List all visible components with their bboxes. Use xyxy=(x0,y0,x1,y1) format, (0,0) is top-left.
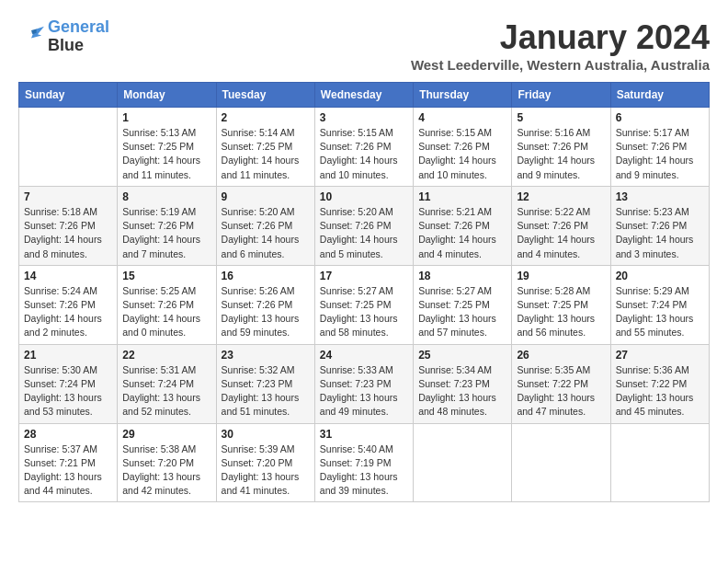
day-info: Sunrise: 5:28 AM Sunset: 7:25 PM Dayligh… xyxy=(517,284,605,340)
page-header: GeneralBlue January 2024 West Leedervill… xyxy=(18,18,710,73)
day-info: Sunrise: 5:29 AM Sunset: 7:24 PM Dayligh… xyxy=(616,284,704,340)
day-number: 20 xyxy=(616,270,704,282)
day-number: 25 xyxy=(418,349,506,362)
week-row-0: 1Sunrise: 5:13 AM Sunset: 7:25 PM Daylig… xyxy=(19,108,710,187)
day-info: Sunrise: 5:25 AM Sunset: 7:26 PM Dayligh… xyxy=(122,284,210,340)
day-number: 28 xyxy=(24,428,112,441)
calendar-cell: 5Sunrise: 5:16 AM Sunset: 7:26 PM Daylig… xyxy=(512,108,610,187)
calendar-cell: 2Sunrise: 5:14 AM Sunset: 7:25 PM Daylig… xyxy=(216,108,314,187)
week-row-2: 14Sunrise: 5:24 AM Sunset: 7:26 PM Dayli… xyxy=(19,265,710,344)
day-number: 26 xyxy=(517,349,605,362)
calendar-cell: 20Sunrise: 5:29 AM Sunset: 7:24 PM Dayli… xyxy=(610,265,709,344)
day-number: 27 xyxy=(616,349,704,362)
day-info: Sunrise: 5:38 AM Sunset: 7:20 PM Dayligh… xyxy=(122,442,210,499)
header-tuesday: Tuesday xyxy=(216,83,314,108)
day-info: Sunrise: 5:23 AM Sunset: 7:26 PM Dayligh… xyxy=(616,205,704,261)
calendar-cell: 29Sunrise: 5:38 AM Sunset: 7:20 PM Dayli… xyxy=(118,423,216,502)
day-info: Sunrise: 5:16 AM Sunset: 7:26 PM Dayligh… xyxy=(517,126,605,182)
calendar-subtitle: West Leederville, Western Australia, Aus… xyxy=(411,57,710,73)
day-number: 23 xyxy=(222,349,310,362)
calendar-cell: 17Sunrise: 5:27 AM Sunset: 7:25 PM Dayli… xyxy=(314,265,413,344)
logo: GeneralBlue xyxy=(18,18,109,55)
header-friday: Friday xyxy=(512,83,610,108)
day-info: Sunrise: 5:26 AM Sunset: 7:26 PM Dayligh… xyxy=(222,284,310,340)
day-number: 13 xyxy=(616,190,704,203)
calendar-cell: 31Sunrise: 5:40 AM Sunset: 7:19 PM Dayli… xyxy=(314,423,413,502)
calendar-body: 1Sunrise: 5:13 AM Sunset: 7:25 PM Daylig… xyxy=(19,108,710,502)
day-info: Sunrise: 5:24 AM Sunset: 7:26 PM Dayligh… xyxy=(24,284,112,340)
calendar-cell: 4Sunrise: 5:15 AM Sunset: 7:26 PM Daylig… xyxy=(414,108,512,187)
calendar-cell xyxy=(610,423,709,502)
day-info: Sunrise: 5:31 AM Sunset: 7:24 PM Dayligh… xyxy=(122,363,210,419)
header-sunday: Sunday xyxy=(19,83,118,108)
day-info: Sunrise: 5:30 AM Sunset: 7:24 PM Dayligh… xyxy=(24,363,112,419)
calendar-cell: 23Sunrise: 5:32 AM Sunset: 7:23 PM Dayli… xyxy=(216,344,314,423)
calendar-cell: 1Sunrise: 5:13 AM Sunset: 7:25 PM Daylig… xyxy=(118,108,216,187)
week-row-1: 7Sunrise: 5:18 AM Sunset: 7:26 PM Daylig… xyxy=(19,186,710,265)
calendar-cell: 22Sunrise: 5:31 AM Sunset: 7:24 PM Dayli… xyxy=(118,344,216,423)
day-number: 19 xyxy=(517,270,605,282)
day-number: 10 xyxy=(320,190,408,203)
day-number: 1 xyxy=(122,111,210,124)
day-number: 5 xyxy=(517,111,605,124)
logo-text: GeneralBlue xyxy=(48,18,109,55)
day-number: 21 xyxy=(24,349,112,362)
calendar-cell: 7Sunrise: 5:18 AM Sunset: 7:26 PM Daylig… xyxy=(19,186,118,265)
day-info: Sunrise: 5:18 AM Sunset: 7:26 PM Dayligh… xyxy=(24,205,112,261)
week-row-4: 28Sunrise: 5:37 AM Sunset: 7:21 PM Dayli… xyxy=(19,423,710,502)
calendar-cell: 16Sunrise: 5:26 AM Sunset: 7:26 PM Dayli… xyxy=(216,265,314,344)
calendar-cell: 13Sunrise: 5:23 AM Sunset: 7:26 PM Dayli… xyxy=(610,186,709,265)
calendar-cell: 30Sunrise: 5:39 AM Sunset: 7:20 PM Dayli… xyxy=(216,423,314,502)
day-info: Sunrise: 5:33 AM Sunset: 7:23 PM Dayligh… xyxy=(320,363,408,419)
calendar-cell: 25Sunrise: 5:34 AM Sunset: 7:23 PM Dayli… xyxy=(414,344,512,423)
calendar-cell: 12Sunrise: 5:22 AM Sunset: 7:26 PM Dayli… xyxy=(512,186,610,265)
calendar-cell: 19Sunrise: 5:28 AM Sunset: 7:25 PM Dayli… xyxy=(512,265,610,344)
day-info: Sunrise: 5:37 AM Sunset: 7:21 PM Dayligh… xyxy=(24,442,112,499)
day-info: Sunrise: 5:35 AM Sunset: 7:22 PM Dayligh… xyxy=(517,363,605,419)
calendar-cell: 6Sunrise: 5:17 AM Sunset: 7:26 PM Daylig… xyxy=(610,108,709,187)
day-info: Sunrise: 5:15 AM Sunset: 7:26 PM Dayligh… xyxy=(320,126,408,182)
calendar-cell: 11Sunrise: 5:21 AM Sunset: 7:26 PM Dayli… xyxy=(414,186,512,265)
calendar-cell: 9Sunrise: 5:20 AM Sunset: 7:26 PM Daylig… xyxy=(216,186,314,265)
day-info: Sunrise: 5:27 AM Sunset: 7:25 PM Dayligh… xyxy=(320,284,408,340)
day-number: 6 xyxy=(616,111,704,124)
day-number: 15 xyxy=(122,270,210,282)
day-info: Sunrise: 5:21 AM Sunset: 7:26 PM Dayligh… xyxy=(418,205,506,261)
day-number: 8 xyxy=(122,190,210,203)
day-info: Sunrise: 5:15 AM Sunset: 7:26 PM Dayligh… xyxy=(418,126,506,182)
calendar-cell: 10Sunrise: 5:20 AM Sunset: 7:26 PM Dayli… xyxy=(314,186,413,265)
logo-icon xyxy=(18,24,44,50)
calendar-cell: 18Sunrise: 5:27 AM Sunset: 7:25 PM Dayli… xyxy=(414,265,512,344)
day-number: 12 xyxy=(517,190,605,203)
calendar-cell xyxy=(414,423,512,502)
day-number: 2 xyxy=(222,111,310,124)
day-info: Sunrise: 5:36 AM Sunset: 7:22 PM Dayligh… xyxy=(616,363,704,419)
calendar-cell: 28Sunrise: 5:37 AM Sunset: 7:21 PM Dayli… xyxy=(19,423,118,502)
day-number: 16 xyxy=(222,270,310,282)
day-info: Sunrise: 5:40 AM Sunset: 7:19 PM Dayligh… xyxy=(320,442,408,499)
day-info: Sunrise: 5:20 AM Sunset: 7:26 PM Dayligh… xyxy=(222,205,310,261)
day-number: 3 xyxy=(320,111,408,124)
title-block: January 2024 West Leederville, Western A… xyxy=(411,18,710,73)
calendar-cell: 14Sunrise: 5:24 AM Sunset: 7:26 PM Dayli… xyxy=(19,265,118,344)
day-info: Sunrise: 5:19 AM Sunset: 7:26 PM Dayligh… xyxy=(122,205,210,261)
calendar-cell xyxy=(512,423,610,502)
day-number: 17 xyxy=(320,270,408,282)
day-info: Sunrise: 5:27 AM Sunset: 7:25 PM Dayligh… xyxy=(418,284,506,340)
day-number: 24 xyxy=(320,349,408,362)
day-number: 18 xyxy=(418,270,506,282)
day-number: 22 xyxy=(122,349,210,362)
day-number: 30 xyxy=(222,428,310,441)
day-info: Sunrise: 5:22 AM Sunset: 7:26 PM Dayligh… xyxy=(517,205,605,261)
day-info: Sunrise: 5:14 AM Sunset: 7:25 PM Dayligh… xyxy=(222,126,310,182)
day-number: 14 xyxy=(24,270,112,282)
day-number: 9 xyxy=(222,190,310,203)
calendar-cell: 27Sunrise: 5:36 AM Sunset: 7:22 PM Dayli… xyxy=(610,344,709,423)
calendar-table: SundayMondayTuesdayWednesdayThursdayFrid… xyxy=(18,82,710,502)
calendar-title: January 2024 xyxy=(411,18,710,57)
header-wednesday: Wednesday xyxy=(314,83,413,108)
day-info: Sunrise: 5:34 AM Sunset: 7:23 PM Dayligh… xyxy=(418,363,506,419)
calendar-cell: 15Sunrise: 5:25 AM Sunset: 7:26 PM Dayli… xyxy=(118,265,216,344)
day-number: 29 xyxy=(122,428,210,441)
day-number: 7 xyxy=(24,190,112,203)
